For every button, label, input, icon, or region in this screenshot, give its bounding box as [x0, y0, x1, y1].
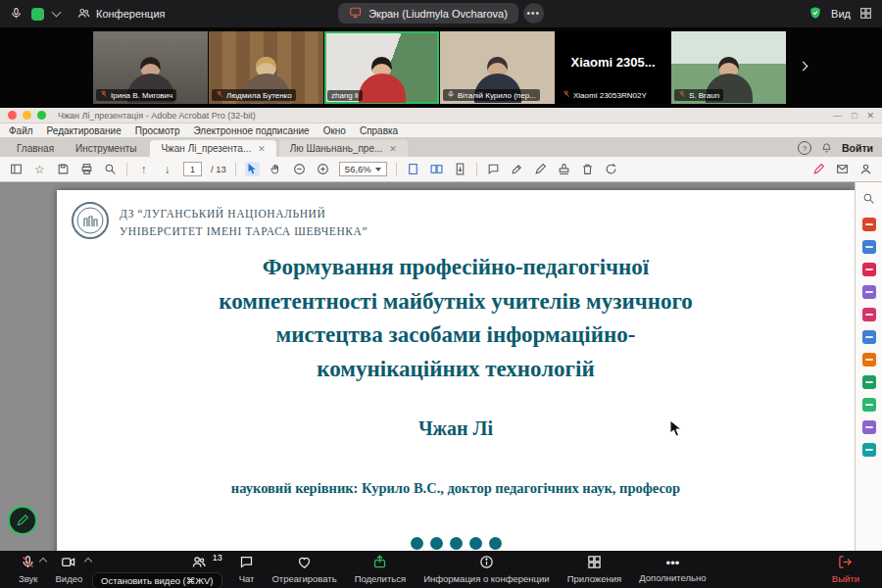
view-label[interactable]: Вид	[831, 8, 851, 20]
protect-tool-icon[interactable]	[862, 375, 876, 389]
screen-share-tab[interactable]: Экран (Liudmyla Ovcharova)	[338, 3, 518, 24]
slide-dots	[57, 537, 855, 550]
leave-icon	[838, 555, 853, 571]
participant-tile[interactable]: Ірина В. Мигович	[93, 31, 208, 104]
tab-tools[interactable]: Инструменты	[65, 140, 147, 157]
participant-tile[interactable]: Xiaomi 2305... Xiaomi 23053RN02Y	[556, 31, 670, 104]
zoom-out-icon[interactable]	[292, 162, 307, 176]
select-tool-icon[interactable]	[245, 162, 260, 176]
video-button[interactable]: Видео	[46, 551, 91, 588]
search-tool-icon[interactable]	[862, 191, 875, 209]
mic-icon	[21, 555, 35, 571]
zoom-top-bar: Конференция Экран (Liudmyla Ovcharova) •…	[0, 0, 882, 27]
close-icon[interactable]: ✕	[866, 111, 874, 121]
mouse-cursor	[669, 419, 682, 441]
dot	[430, 537, 443, 550]
hand-tool-icon[interactable]	[269, 162, 283, 176]
profile-avatar-icon[interactable]	[858, 162, 873, 176]
send-signature-tool-icon[interactable]	[862, 420, 876, 434]
scroll-mode-icon[interactable]	[453, 162, 467, 176]
close-window-icon[interactable]	[8, 111, 17, 120]
muted-mic-icon	[100, 90, 108, 100]
chat-button[interactable]: Чат	[230, 551, 264, 588]
edit-pen-icon[interactable]	[811, 162, 826, 176]
layout-grid-icon[interactable]	[859, 7, 872, 22]
trash-icon[interactable]	[580, 162, 595, 176]
minimize-icon[interactable]: —	[833, 111, 842, 121]
share-options-button[interactable]: •••	[523, 3, 544, 24]
page-view-icon[interactable]	[406, 162, 420, 176]
tab-document-inactive[interactable]: Лю Шаньнань_пре... ✕	[279, 140, 408, 157]
audio-status-icon[interactable]	[10, 7, 23, 22]
camera-icon	[61, 555, 76, 571]
search-icon[interactable]	[103, 162, 118, 176]
annotate-pen-button[interactable]	[8, 506, 37, 535]
maximize-icon[interactable]: □	[852, 111, 857, 121]
ellipsis-icon: •••	[666, 556, 680, 570]
next-participants-button[interactable]	[794, 59, 811, 76]
page-number-input[interactable]: 1	[183, 162, 202, 176]
react-button[interactable]: Отреагировать	[263, 551, 345, 588]
heart-icon	[297, 555, 312, 571]
two-page-view-icon[interactable]	[429, 162, 444, 176]
muted-mic-icon	[563, 90, 570, 100]
menu-esign[interactable]: Электронное подписание	[193, 125, 309, 136]
zoom-meeting-window: Конференция Экран (Liudmyla Ovcharova) •…	[0, 0, 882, 588]
rotate-icon[interactable]	[604, 162, 618, 176]
scan-ocr-tool-icon[interactable]	[862, 353, 876, 367]
leave-meeting-button[interactable]: Выйти	[823, 551, 868, 588]
next-page-icon[interactable]: ↓	[160, 162, 174, 176]
menu-edit[interactable]: Редактирование	[47, 125, 122, 136]
sign-in-button[interactable]: Войти	[842, 142, 873, 154]
meeting-info-button[interactable]: Информация о конференции	[415, 551, 559, 588]
create-pdf-tool-icon[interactable]	[862, 240, 876, 254]
tab-document-active[interactable]: Чжан Лі_презента... ✕	[150, 140, 275, 157]
edit-pdf-tool-icon[interactable]	[862, 263, 876, 276]
zoom-in-icon[interactable]	[316, 162, 330, 176]
more-tools-icon[interactable]	[862, 443, 876, 457]
stamp-icon[interactable]	[557, 162, 571, 176]
minimize-window-icon[interactable]	[23, 111, 31, 120]
close-tab-icon[interactable]: ✕	[258, 144, 266, 154]
comment-icon[interactable]	[486, 162, 501, 176]
share-screen-button[interactable]: Поделиться	[346, 551, 415, 588]
apps-label: Приложения	[567, 573, 622, 584]
side-panel-icon[interactable]	[9, 162, 24, 176]
combine-files-tool-icon[interactable]	[862, 308, 876, 321]
dot	[469, 537, 482, 550]
video-options-chevron[interactable]	[84, 558, 92, 565]
save-icon[interactable]	[56, 162, 71, 176]
apps-button[interactable]: Приложения	[559, 551, 631, 588]
favorites-star-icon[interactable]: ☆	[32, 162, 47, 176]
previous-page-icon[interactable]: ↑	[136, 162, 151, 176]
organize-pages-tool-icon[interactable]	[862, 330, 876, 344]
participant-tile[interactable]: Людмила Бутенко	[209, 31, 323, 104]
more-button[interactable]: ••• Дополнительно	[630, 551, 714, 588]
zoom-level-dropdown[interactable]: 56,6%	[339, 162, 387, 176]
menu-file[interactable]: Файл	[9, 125, 33, 136]
export-pdf-tool-icon[interactable]	[862, 218, 876, 231]
draw-pencil-icon[interactable]	[533, 162, 548, 176]
fill-sign-tool-icon[interactable]	[862, 398, 876, 412]
notifications-bell-icon[interactable]	[821, 142, 832, 155]
comment-tool-icon[interactable]	[862, 285, 876, 299]
menu-view[interactable]: Просмотр	[135, 125, 180, 136]
highlight-icon[interactable]	[510, 162, 524, 176]
tab-home[interactable]: Главная	[6, 140, 65, 157]
menu-help[interactable]: Справка	[360, 125, 398, 136]
share-screen-label: Поделиться	[355, 573, 406, 584]
meeting-menu[interactable]: Конференция	[77, 7, 165, 22]
tab-document-label: Лю Шаньнань_пре...	[290, 143, 383, 154]
zoom-window-icon[interactable]	[37, 111, 46, 120]
menu-window[interactable]: Окно	[323, 125, 346, 136]
participant-name: S. Braun	[689, 91, 719, 100]
participant-tile[interactable]: S. Braun	[671, 31, 786, 104]
print-icon[interactable]	[79, 162, 94, 176]
audio-button[interactable]: Звук	[10, 551, 46, 588]
close-tab-icon[interactable]: ✕	[389, 144, 397, 154]
help-icon[interactable]: ?	[798, 141, 811, 155]
participant-tile-active-speaker[interactable]: zhang li	[324, 31, 439, 104]
participant-tile[interactable]: Віталій Курило (пер...	[440, 31, 555, 104]
chevron-down-icon[interactable]	[52, 8, 62, 18]
send-email-icon[interactable]	[835, 162, 850, 176]
